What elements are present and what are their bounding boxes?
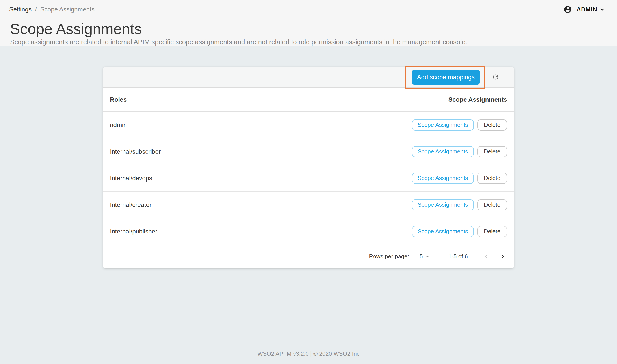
- page-subtitle: Scope assignments are related to interna…: [10, 38, 617, 46]
- arrow-drop-down-icon: [424, 253, 431, 260]
- highlight-annotation-rectangle: Add scope mappings: [405, 65, 485, 89]
- breadcrumb: Settings / Scope Assignments: [9, 6, 95, 13]
- delete-button[interactable]: Delete: [477, 199, 507, 210]
- page-title: Scope Assignments: [10, 21, 617, 37]
- top-navigation-bar: Settings / Scope Assignments ADMIN: [0, 0, 617, 19]
- delete-button[interactable]: Delete: [477, 173, 507, 184]
- chevron-right-icon: [499, 253, 507, 260]
- scope-assignments-button[interactable]: Scope Assignments: [412, 173, 474, 184]
- scope-assignments-button[interactable]: Scope Assignments: [412, 146, 474, 157]
- account-circle-icon: [563, 5, 572, 14]
- app-footer: WSO2 API-M v3.2.0 | © 2020 WSO2 Inc: [0, 350, 617, 357]
- role-name: Internal/creator: [110, 201, 151, 208]
- rows-per-page-value: 5: [420, 253, 423, 260]
- table-row: Internal/devops Scope Assignments Delete: [103, 165, 514, 192]
- rows-per-page-select[interactable]: 5: [420, 253, 431, 260]
- card-toolbar: Add scope mappings: [103, 67, 514, 88]
- add-scope-mappings-button[interactable]: Add scope mappings: [412, 70, 480, 85]
- scope-assignments-button[interactable]: Scope Assignments: [412, 119, 474, 130]
- chevron-left-icon: [482, 253, 490, 260]
- table-row: Internal/subscriber Scope Assignments De…: [103, 138, 514, 165]
- breadcrumb-settings[interactable]: Settings: [9, 6, 31, 13]
- footer-text: WSO2 API-M v3.2.0 | © 2020 WSO2 Inc: [257, 350, 360, 357]
- refresh-button[interactable]: [490, 72, 501, 82]
- next-page-button[interactable]: [499, 253, 507, 260]
- previous-page-button: [482, 253, 490, 260]
- pagination-range-label: 1-5 of 6: [448, 253, 468, 260]
- row-actions: Scope Assignments Delete: [412, 146, 507, 157]
- rows-per-page-label: Rows per page:: [369, 253, 409, 260]
- role-name: Internal/devops: [110, 175, 152, 182]
- refresh-icon: [492, 73, 499, 81]
- table-row: Internal/creator Scope Assignments Delet…: [103, 192, 514, 218]
- delete-button[interactable]: Delete: [477, 119, 507, 130]
- row-actions: Scope Assignments Delete: [412, 119, 507, 130]
- user-menu-button[interactable]: ADMIN: [563, 5, 606, 14]
- page-header: Scope Assignments Scope assignments are …: [0, 19, 617, 46]
- delete-button[interactable]: Delete: [477, 226, 507, 237]
- column-header-roles: Roles: [110, 96, 127, 103]
- column-header-scope-assignments: Scope Assignments: [448, 96, 507, 103]
- table-pagination: Rows per page: 5 1-5 of 6: [103, 245, 514, 268]
- breadcrumb-current-page: Scope Assignments: [40, 6, 95, 13]
- table-row: Internal/publisher Scope Assignments Del…: [103, 218, 514, 245]
- scope-assignments-card: Add scope mappings Roles Scope Assignmen…: [103, 67, 514, 269]
- role-name: Internal/publisher: [110, 228, 157, 235]
- table-header-row: Roles Scope Assignments: [103, 88, 514, 112]
- delete-button[interactable]: Delete: [477, 146, 507, 157]
- user-name-label: ADMIN: [577, 6, 597, 13]
- scope-assignments-button[interactable]: Scope Assignments: [412, 199, 474, 210]
- scope-assignments-button[interactable]: Scope Assignments: [412, 226, 474, 237]
- role-name: Internal/subscriber: [110, 148, 161, 155]
- row-actions: Scope Assignments Delete: [412, 226, 507, 237]
- breadcrumb-separator: /: [35, 6, 37, 13]
- table-row: admin Scope Assignments Delete: [103, 112, 514, 138]
- row-actions: Scope Assignments Delete: [412, 199, 507, 210]
- chevron-down-icon: [599, 6, 606, 13]
- row-actions: Scope Assignments Delete: [412, 173, 507, 184]
- role-name: admin: [110, 121, 127, 129]
